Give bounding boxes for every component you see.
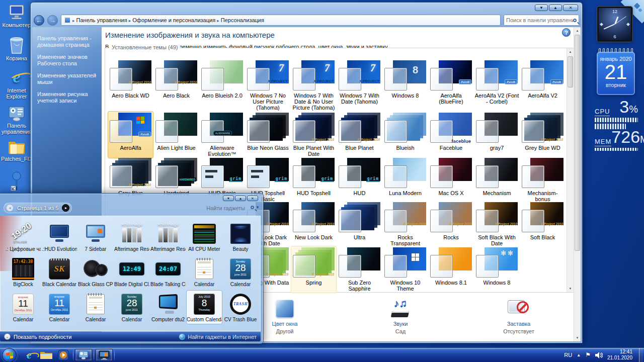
taskbar-clock[interactable]: 12:41 21.01.2020 [607, 349, 634, 361]
theme-item[interactable]: Alien Light Blue [153, 111, 199, 158]
theme-item[interactable]: 8Windows 8 [382, 59, 428, 112]
show-desktop-button[interactable] [639, 348, 643, 362]
taskbar-explorer-button[interactable] [38, 348, 55, 361]
cpu-meter-gadget[interactable]: CPU 3% [595, 100, 638, 129]
maximize-button[interactable]: ▲ [549, 5, 562, 11]
search-caret-icon[interactable]: ▼ [256, 205, 260, 210]
gadget-item[interactable]: Sunday28june 2011Calendar [114, 290, 150, 324]
theme-item[interactable]: X Project 2010Soft Black [520, 201, 566, 248]
scroll-thumb[interactable] [568, 56, 573, 87]
action-center-flag-icon[interactable]: ⚑ [585, 351, 591, 358]
desktop-icon-cpl[interactable]: Панель управления [1, 104, 32, 135]
gadget-item[interactable]: Calendar [186, 255, 222, 289]
maximize-button[interactable]: ▲ [235, 196, 246, 201]
scroll-up-arrow[interactable]: ▲ [574, 27, 581, 34]
start-button[interactable] [2, 348, 17, 362]
taskbar-ie-button[interactable]: e [21, 348, 38, 361]
theme-item[interactable]: X Project 2010Aero Black WD [108, 59, 153, 112]
gadget-item[interactable]: All CPU Meter [186, 220, 222, 254]
gadget-item[interactable]: SKBlack Calendar [41, 255, 77, 289]
minimize-button[interactable]: ▼ [223, 196, 234, 201]
theme-item[interactable]: Luna Modern [382, 156, 428, 204]
page-forward-button[interactable]: ▸ [62, 204, 69, 212]
help-button[interactable]: ? [562, 28, 571, 37]
theme-item[interactable]: 7X PROJECTWindows 7 No User Picture (Tah… [245, 59, 291, 112]
breadcrumb-item[interactable]: Оформление и персонализация [132, 17, 215, 23]
gadget-item[interactable]: Beauty [222, 220, 259, 254]
themes-scrollbar[interactable]: ▲ ▼ [567, 48, 574, 292]
theme-item[interactable]: Mechanism [474, 156, 520, 204]
gadget-item[interactable]: 7 Sidebar [77, 220, 114, 254]
theme-item[interactable]: gray7 [474, 111, 520, 158]
theme-item[interactable]: X Project 2010Aero Black [153, 59, 199, 112]
scroll-up-arrow[interactable]: ▲ [567, 48, 574, 55]
volume-icon[interactable] [595, 352, 603, 358]
theme-item[interactable]: ALIENWAREAlienware Evolution™ [199, 111, 245, 158]
theme-item[interactable]: X Project 2010Blue Planet With Date [291, 111, 337, 158]
theme-item[interactable]: Blueish [382, 111, 428, 158]
scroll-thumb[interactable] [575, 35, 580, 251]
desktop-icon-ie[interactable]: eInternet Explorer [1, 68, 32, 100]
gadget-item[interactable]: 24:07Blade Talking Cl... [150, 255, 186, 289]
search-box[interactable] [504, 15, 579, 26]
desktop-icon-recycle[interactable]: Корзина [1, 36, 32, 61]
theme-item[interactable]: Blue Neon Glass [245, 111, 291, 158]
show-details-toggle[interactable]: Показать подробности [14, 334, 71, 340]
theme-item[interactable]: Aero Blueish 2.0 [199, 59, 245, 112]
theme-item[interactable]: ✻✻Windows 8 [474, 246, 520, 293]
sidebar-nav-link[interactable]: Панель управления - домашняя страница [37, 35, 98, 48]
gadget-item[interactable]: Computer dtu2 [150, 290, 186, 324]
minimize-button[interactable]: ▼ [535, 5, 548, 11]
gadget-item[interactable]: Calendar [77, 290, 114, 324]
sidebar-nav-link[interactable]: Изменение указателей мыши [37, 72, 98, 85]
forward-button[interactable]: → [47, 15, 58, 26]
close-button[interactable]: ✕ [563, 5, 578, 11]
theme-item[interactable]: PaintRAeroAlfa [108, 111, 153, 158]
theme-item[interactable]: Mechanism-bonus [520, 156, 566, 204]
language-indicator[interactable]: RU [564, 352, 572, 358]
theme-item[interactable]: PaintRAeroAlfa (BlueFire) [428, 59, 474, 112]
gadget-item[interactable]: AfterimageAfterimage Reso... [150, 220, 186, 254]
theme-item[interactable]: faceblueFaceblue [428, 111, 474, 158]
gadget-item[interactable]: 17:42:38BigClock [5, 255, 41, 289]
footer-setting-screensaver[interactable]: ° ·ЗаставкаОтсутствует [484, 298, 554, 334]
taskbar-media-player-button[interactable] [55, 348, 72, 361]
breadcrumb-item[interactable]: Панель управления [76, 17, 127, 23]
gadget-item[interactable]: вторник11Октябрь 2011Calendar [5, 290, 41, 324]
theme-item[interactable]: 7X PROJECTWindows 7 With Date (Tahoma) [337, 59, 382, 112]
find-gadgets-online-link[interactable]: Найти гаджеты в Интернет [179, 334, 257, 340]
theme-item[interactable]: Windows 8.1 [428, 246, 474, 293]
desktop-icon-folder[interactable]: Patches_FIX [1, 137, 32, 162]
theme-item[interactable]: X Project 2010Grey Blue WD [520, 111, 566, 158]
chevron-down-icon[interactable]: ⌄ [4, 333, 11, 340]
desktop-icon-computer[interactable]: Компьютер [1, 3, 32, 28]
back-button[interactable]: ← [34, 15, 44, 26]
theme-item[interactable]: grimHUD Topshell [291, 156, 337, 204]
gadget-item[interactable]: 12:49Blade Digital Cl... [114, 255, 150, 289]
calendar-gadget[interactable]: январь 2020 21 вторник [597, 52, 635, 95]
theme-item[interactable]: X Project 2010Spring [291, 246, 337, 293]
search-icon[interactable] [251, 206, 254, 209]
breadcrumb-item[interactable]: Персонализация [221, 17, 264, 23]
theme-item[interactable]: Ultra [337, 201, 382, 248]
theme-item[interactable]: PaintRAeroAlfa V2 (Font - Corbel) [474, 59, 520, 112]
close-button[interactable]: ✕ [247, 196, 258, 201]
scroll-down-arrow[interactable]: ▼ [574, 334, 581, 341]
gadget-item[interactable]: AfterimageAfterimage Reso... [114, 220, 150, 254]
theme-item[interactable]: grimHUD [337, 156, 382, 204]
theme-item[interactable]: X Project 2010New Look Dark [291, 201, 337, 248]
hidden-icons-arrow[interactable]: ▲ [577, 353, 581, 357]
gadget-item[interactable]: TRASHCV Trash Blue [222, 290, 259, 324]
sidebar-nav-link[interactable]: Изменение рисунка учетной записи [37, 91, 98, 104]
gadget-item[interactable]: .:HUD Evolution ... [41, 220, 77, 254]
gadget-item[interactable]: 19:20STALKER.: Цифровые ча... [5, 220, 41, 254]
taskbar-control-panel-window[interactable] [75, 349, 92, 361]
theme-item[interactable]: Mac OS X [428, 156, 474, 204]
theme-item[interactable]: X Project 2010Rocks Transparent [382, 201, 428, 248]
gadget-item[interactable]: July 20108ThursdayCustom Calendar [186, 290, 222, 324]
theme-item[interactable]: X Project 2010Blue Planet [337, 111, 382, 158]
gadget-item[interactable]: Sunday28june 2011Calendar [222, 255, 259, 289]
theme-item[interactable]: X Project 2010Rocks [428, 201, 474, 248]
page-back-button[interactable]: ◂ [6, 204, 14, 212]
sidebar-nav-link[interactable]: Изменение значков Рабочего стола [37, 54, 98, 67]
